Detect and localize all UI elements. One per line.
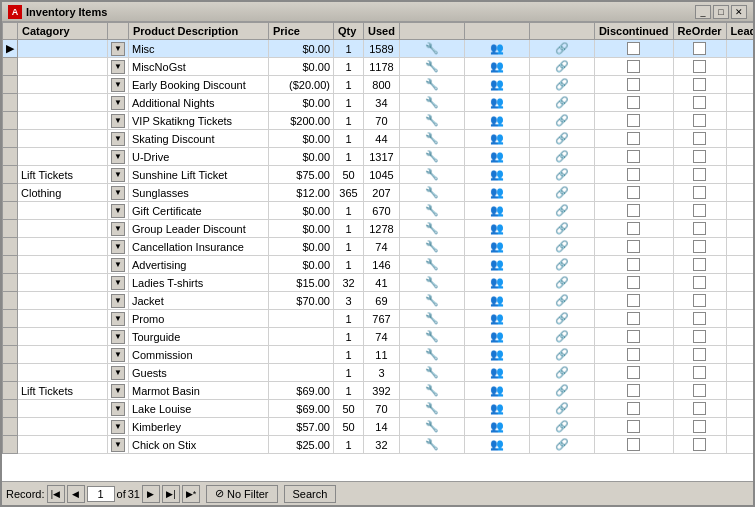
- edit-icon[interactable]: 🔧: [425, 132, 439, 144]
- link-icon[interactable]: 🔗: [555, 438, 569, 450]
- qty-cell[interactable]: 1: [334, 310, 364, 328]
- icon-cell-1[interactable]: 🔧: [399, 400, 464, 418]
- leadtime-cell[interactable]: [726, 94, 753, 112]
- dropdown-cell[interactable]: ▼: [108, 76, 129, 94]
- icon-cell-3[interactable]: 🔗: [529, 364, 594, 382]
- dropdown-cell[interactable]: ▼: [108, 220, 129, 238]
- link-icon[interactable]: 🔗: [555, 222, 569, 234]
- dropdown-arrow-icon[interactable]: ▼: [111, 204, 125, 218]
- dropdown-cell[interactable]: ▼: [108, 346, 129, 364]
- discontinued-checkbox[interactable]: [627, 384, 640, 397]
- discontinued-checkbox[interactable]: [627, 96, 640, 109]
- user-icon[interactable]: 👥: [490, 150, 504, 162]
- category-cell[interactable]: [18, 40, 108, 58]
- leadtime-cell[interactable]: [726, 292, 753, 310]
- user-icon[interactable]: 👥: [490, 60, 504, 72]
- description-cell[interactable]: Additional Nights: [129, 94, 269, 112]
- price-cell[interactable]: $0.00: [269, 256, 334, 274]
- discontinued-checkbox[interactable]: [627, 168, 640, 181]
- icon-cell-2[interactable]: 👥: [464, 418, 529, 436]
- icon-cell-3[interactable]: 🔗: [529, 130, 594, 148]
- nav-next-button[interactable]: ▶: [142, 485, 160, 503]
- category-cell[interactable]: [18, 112, 108, 130]
- icon-cell-3[interactable]: 🔗: [529, 148, 594, 166]
- edit-icon[interactable]: 🔧: [425, 294, 439, 306]
- user-icon[interactable]: 👥: [490, 78, 504, 90]
- dropdown-arrow-icon[interactable]: ▼: [111, 276, 125, 290]
- used-cell[interactable]: 14: [364, 418, 400, 436]
- description-cell[interactable]: Guests: [129, 364, 269, 382]
- discontinued-cell[interactable]: [594, 148, 673, 166]
- dropdown-arrow-icon[interactable]: ▼: [111, 240, 125, 254]
- maximize-button[interactable]: □: [713, 5, 729, 19]
- icon-cell-2[interactable]: 👥: [464, 130, 529, 148]
- qty-cell[interactable]: 1: [334, 58, 364, 76]
- icon-cell-2[interactable]: 👥: [464, 436, 529, 454]
- reorder-checkbox[interactable]: [693, 402, 706, 415]
- reorder-checkbox[interactable]: [693, 330, 706, 343]
- discontinued-cell[interactable]: [594, 238, 673, 256]
- price-cell[interactable]: $69.00: [269, 382, 334, 400]
- category-cell[interactable]: [18, 364, 108, 382]
- user-icon[interactable]: 👥: [490, 114, 504, 126]
- price-cell[interactable]: $0.00: [269, 58, 334, 76]
- reorder-cell[interactable]: [673, 400, 726, 418]
- discontinued-cell[interactable]: [594, 256, 673, 274]
- link-icon[interactable]: 🔗: [555, 276, 569, 288]
- edit-icon[interactable]: 🔧: [425, 366, 439, 378]
- user-icon[interactable]: 👥: [490, 258, 504, 270]
- dropdown-arrow-icon[interactable]: ▼: [111, 348, 125, 362]
- description-cell[interactable]: Sunshine Lift Ticket: [129, 166, 269, 184]
- icon-cell-1[interactable]: 🔧: [399, 292, 464, 310]
- leadtime-cell[interactable]: [726, 256, 753, 274]
- reorder-cell[interactable]: [673, 76, 726, 94]
- user-icon[interactable]: 👥: [490, 240, 504, 252]
- reorder-checkbox[interactable]: [693, 150, 706, 163]
- link-icon[interactable]: 🔗: [555, 150, 569, 162]
- leadtime-cell[interactable]: [726, 58, 753, 76]
- icon-cell-2[interactable]: 👥: [464, 184, 529, 202]
- icon-cell-2[interactable]: 👥: [464, 256, 529, 274]
- qty-cell[interactable]: 3: [334, 292, 364, 310]
- description-cell[interactable]: Cancellation Insurance: [129, 238, 269, 256]
- description-cell[interactable]: U-Drive: [129, 148, 269, 166]
- col-description[interactable]: Product Description: [129, 23, 269, 40]
- edit-icon[interactable]: 🔧: [425, 78, 439, 90]
- description-cell[interactable]: Commission: [129, 346, 269, 364]
- reorder-cell[interactable]: [673, 220, 726, 238]
- dropdown-arrow-icon[interactable]: ▼: [111, 384, 125, 398]
- reorder-checkbox[interactable]: [693, 186, 706, 199]
- reorder-checkbox[interactable]: [693, 132, 706, 145]
- dropdown-cell[interactable]: ▼: [108, 328, 129, 346]
- qty-cell[interactable]: 50: [334, 400, 364, 418]
- edit-icon[interactable]: 🔧: [425, 276, 439, 288]
- minimize-button[interactable]: _: [695, 5, 711, 19]
- discontinued-cell[interactable]: [594, 40, 673, 58]
- icon-cell-1[interactable]: 🔧: [399, 166, 464, 184]
- discontinued-checkbox[interactable]: [627, 294, 640, 307]
- reorder-checkbox[interactable]: [693, 312, 706, 325]
- icon-cell-3[interactable]: 🔗: [529, 256, 594, 274]
- reorder-cell[interactable]: [673, 328, 726, 346]
- discontinued-cell[interactable]: [594, 328, 673, 346]
- edit-icon[interactable]: 🔧: [425, 42, 439, 54]
- discontinued-checkbox[interactable]: [627, 114, 640, 127]
- reorder-cell[interactable]: [673, 292, 726, 310]
- discontinued-cell[interactable]: [594, 130, 673, 148]
- dropdown-cell[interactable]: ▼: [108, 400, 129, 418]
- icon-cell-3[interactable]: 🔗: [529, 238, 594, 256]
- icon-cell-3[interactable]: 🔗: [529, 328, 594, 346]
- icon-cell-1[interactable]: 🔧: [399, 58, 464, 76]
- used-cell[interactable]: 392: [364, 382, 400, 400]
- edit-icon[interactable]: 🔧: [425, 438, 439, 450]
- discontinued-checkbox[interactable]: [627, 330, 640, 343]
- used-cell[interactable]: 70: [364, 400, 400, 418]
- description-cell[interactable]: Tourguide: [129, 328, 269, 346]
- dropdown-cell[interactable]: ▼: [108, 148, 129, 166]
- icon-cell-2[interactable]: 👥: [464, 58, 529, 76]
- leadtime-cell[interactable]: [726, 220, 753, 238]
- leadtime-cell[interactable]: [726, 310, 753, 328]
- col-price[interactable]: Price: [269, 23, 334, 40]
- leadtime-cell[interactable]: [726, 112, 753, 130]
- edit-icon[interactable]: 🔧: [425, 60, 439, 72]
